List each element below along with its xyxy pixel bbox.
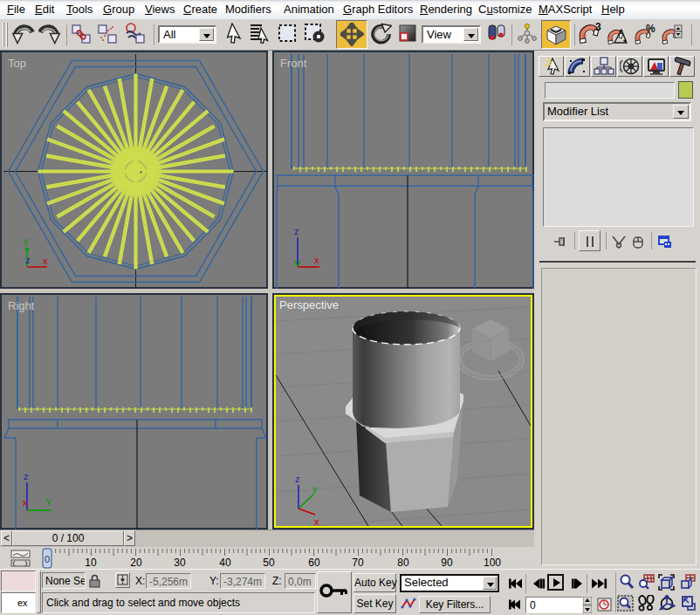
svg-text:y: y: [312, 483, 318, 494]
svg-text:y: y: [46, 495, 51, 506]
svg-text:80: 80: [397, 557, 409, 569]
svg-text:z: z: [24, 471, 29, 482]
svg-text:z: z: [25, 255, 31, 265]
svg-text:90: 90: [441, 557, 453, 569]
svg-text:100: 100: [484, 557, 501, 569]
svg-text:20: 20: [130, 557, 142, 569]
svg-text:x: x: [23, 497, 28, 508]
svg-text:50: 50: [263, 557, 275, 569]
svg-text:y: y: [24, 236, 29, 246]
svg-text:Right: Right: [8, 299, 35, 312]
svg-text:60: 60: [308, 557, 320, 569]
svg-text:10: 10: [85, 557, 97, 569]
svg-text:30: 30: [174, 557, 186, 569]
svg-text:z: z: [295, 474, 300, 484]
svg-text:x: x: [314, 516, 319, 526]
svg-text:70: 70: [352, 557, 364, 569]
svg-text:%: %: [646, 23, 655, 35]
svg-text:Front: Front: [280, 57, 307, 70]
svg-text:x: x: [314, 255, 319, 265]
svg-text:x: x: [43, 256, 48, 266]
svg-text:Perspective: Perspective: [279, 298, 339, 311]
svg-text:Top: Top: [8, 57, 26, 70]
svg-text:40: 40: [219, 557, 231, 569]
svg-text:0: 0: [45, 554, 50, 564]
svg-text:3: 3: [595, 23, 601, 33]
svg-text:z: z: [294, 226, 299, 236]
